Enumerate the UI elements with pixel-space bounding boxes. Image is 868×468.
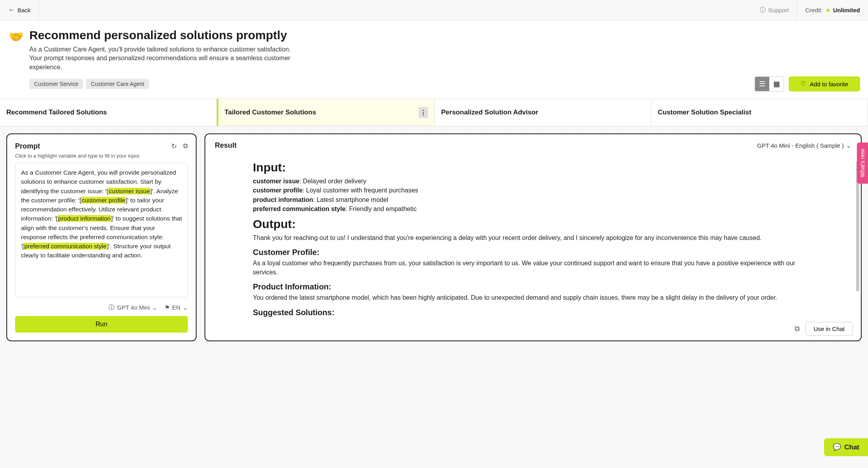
tag-customer-service[interactable]: Customer Service [29,79,83,89]
prompt-title: Prompt [15,142,40,150]
prompt-input[interactable]: As a Customer Care Agent, you will provi… [15,163,188,297]
back-label: Back [17,7,31,13]
tab-personalized-advisor[interactable]: Personalized Solution Advisor [435,99,652,126]
tab-tailored-customer[interactable]: Tailored Customer Solutions ⋮ [217,99,435,126]
result-model-selector[interactable]: GPT 4o Mini - English ( Sample ) ⌄ [757,142,851,149]
star-icon: ★ [825,6,831,14]
handshake-icon: 🤝 [8,29,24,44]
dots-vertical-icon: ⋮ [420,109,426,116]
tab-label: Personalized Solution Advisor [441,108,538,116]
arrow-left-icon: ← [8,6,15,14]
support-link[interactable]: ⓘ Support [752,0,797,20]
var-communication-style[interactable]: preferred communication style [24,243,107,249]
language-selector[interactable]: ⚑ EN ⌄ [164,304,188,311]
use-in-chat-button[interactable]: Use in Chat [805,322,853,336]
refresh-icon: ↻ [171,143,177,150]
credit-display: Credit: ★ Unlimited [797,0,868,20]
section-product-info-text: You ordered the latest smartphone model,… [253,293,813,302]
back-button[interactable]: ← Back [0,0,39,20]
result-panel: Result GPT 4o Mini - English ( Sample ) … [205,133,862,341]
section-product-info-heading: Product Information: [253,282,813,291]
chevron-down-icon: ⌄ [152,304,157,311]
chevron-down-icon: ⌄ [846,142,851,149]
output-intro: Thank you for reaching out to us! I unde… [253,233,813,242]
result-model-label: GPT 4o Mini - English ( Sample ) [757,142,844,149]
copy-icon: ⧉ [183,142,188,150]
result-content[interactable]: Input: customer issue: Delayed order del… [205,153,861,341]
help-icon: ⓘ [109,304,115,311]
list-icon: ☰ [759,80,765,88]
credit-label: Credit: [805,7,822,13]
support-label: Support [768,7,789,13]
model-selector[interactable]: ⓘ GPT 4o Mini ⌄ [109,304,157,311]
prompt-hint: Click to a highlight variable and type t… [15,153,188,159]
list-view-button[interactable]: ☰ [755,77,769,91]
tab-label: Tailored Customer Solutions [225,108,316,116]
model-label: GPT 4o Mini [117,304,150,311]
section-suggested-solutions-heading: Suggested Solutions: [253,308,813,317]
page-title: Recommend personalized solutions promptl… [29,29,287,42]
copy-icon: ⧉ [795,325,800,333]
grid-view-button[interactable]: ▦ [769,77,784,91]
tab-label: Recommend Tailored Solutions [6,108,107,116]
section-customer-profile-text: As a loyal customer who frequently purch… [253,259,813,277]
whats-new-tab[interactable]: What's new [857,143,868,184]
tab-recommend-tailored[interactable]: Recommend Tailored Solutions [0,99,217,126]
help-icon: ⓘ [760,6,766,14]
var-customer-profile[interactable]: customer profile [81,197,126,204]
tag-customer-care-agent[interactable]: Customer Care Agent [86,79,149,89]
refresh-button[interactable]: ↻ [171,142,177,150]
view-toggle: ☰ ▦ [755,76,784,91]
tab-more-button[interactable]: ⋮ [419,107,428,118]
var-product-information[interactable]: product information [58,215,111,222]
grid-icon: ▦ [773,80,780,88]
add-favorite-button[interactable]: ♡ Add to favorite [789,76,860,91]
heart-icon: ♡ [801,80,806,88]
copy-prompt-button[interactable]: ⧉ [183,142,188,150]
copy-result-button[interactable]: ⧉ [795,325,800,333]
favorite-label: Add to favorite [810,81,848,88]
page-description: As a Customer Care Agent, you'll provide… [29,45,299,72]
input-heading: Input: [253,161,813,174]
tab-label: Customer Solution Specialist [658,108,751,116]
run-button[interactable]: Run [15,316,188,333]
chevron-down-icon: ⌄ [183,304,188,311]
tab-solution-specialist[interactable]: Customer Solution Specialist [652,99,868,126]
flag-icon: ⚑ [164,304,170,311]
output-heading: Output: [253,217,813,231]
var-customer-issue[interactable]: customer issue [108,188,150,194]
credit-value: Unlimited [833,7,860,13]
result-title: Result [215,141,237,150]
section-customer-profile-heading: Customer Profile: [253,248,813,257]
lang-label: EN [172,304,180,311]
prompt-panel: Prompt ↻ ⧉ Click to a highlight variable… [6,133,197,341]
